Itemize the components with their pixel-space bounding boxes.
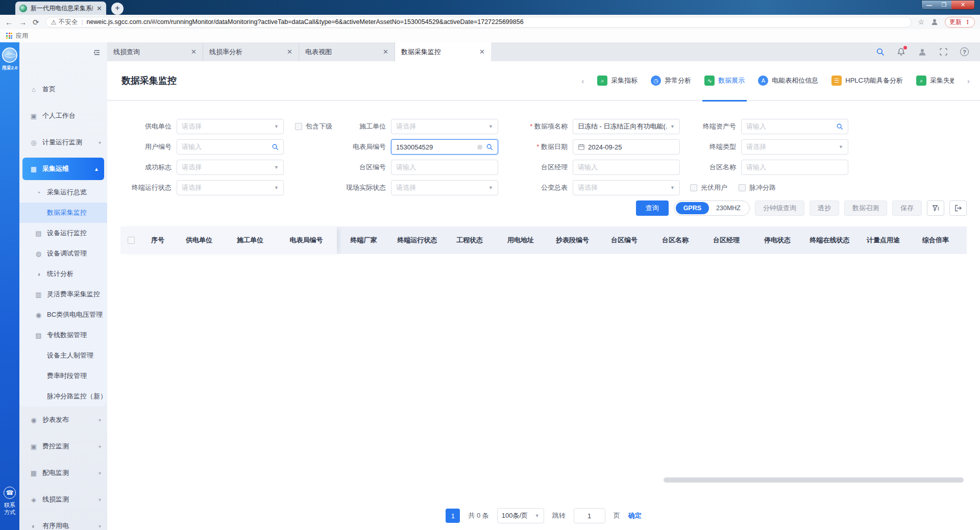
gprs-option[interactable]: GPRS (676, 202, 709, 214)
page-number-button[interactable]: 1 (446, 509, 460, 523)
contact-widget[interactable]: ☎ 联系 方式 (0, 487, 19, 516)
data-recall-button[interactable]: 数据召测 (844, 200, 887, 216)
sidebar-item-device-debug[interactable]: ◍ 设备调试管理 (19, 243, 107, 264)
meter-no-input[interactable]: 1530054529 ⊗ (391, 139, 498, 155)
close-icon[interactable]: ✕ (479, 48, 485, 56)
worktab-line-loss-analysis[interactable]: 线损率分析 ✕ (203, 42, 299, 61)
data-date-picker[interactable]: 2024-09-25 (573, 139, 680, 155)
sidebar-item-metering-monitor[interactable]: ◎ 计量运行监测 ▾ (19, 129, 107, 156)
close-icon[interactable]: ✕ (191, 48, 197, 56)
select-all-checkbox[interactable] (128, 237, 135, 244)
close-icon[interactable]: ✕ (383, 48, 388, 56)
construction-unit-select[interactable]: 请选择 ▼ (391, 119, 498, 134)
browser-update-button[interactable]: 更新 ⋮ (945, 17, 975, 28)
clear-icon[interactable]: ⊗ (477, 143, 483, 151)
sidebar-item-distribution-monitor[interactable]: ▦ 配电监测 ▾ (19, 460, 107, 486)
search-icon[interactable] (272, 143, 279, 150)
terminal-run-state-select[interactable]: 请选择 ▼ (177, 180, 284, 195)
sidebar-item-fee-control[interactable]: ▣ 费控监测 ▾ (19, 433, 107, 460)
include-sub-checkbox[interactable] (295, 123, 302, 130)
search-icon[interactable] (876, 47, 885, 56)
chevron-right-icon[interactable]: › (967, 77, 970, 85)
sidebar-item-bc-voltage[interactable]: ◉ BC类供电电压管理 (19, 305, 107, 325)
bookmark-star-icon[interactable]: ☆ (918, 18, 924, 26)
mhz-option[interactable]: 230MHZ (709, 205, 748, 212)
bell-icon[interactable] (897, 47, 905, 56)
horizontal-scrollbar[interactable] (664, 477, 964, 483)
apps-bookmark-label[interactable]: 应用 (16, 32, 28, 40)
minimize-button[interactable]: — (922, 1, 937, 9)
address-bar[interactable]: ⚠ 不安全 | neweic.js.sgcc.com.cn/#/com/runn… (45, 17, 912, 28)
close-button[interactable]: ✕ (951, 1, 974, 9)
subtab-collection-failure[interactable]: ⌕ 采集失败消 (916, 61, 954, 100)
field-state-select[interactable]: 请选择 ▼ (391, 180, 498, 195)
sidebar-item-data-collection-monitor[interactable]: 数据采集监控 (19, 203, 107, 223)
worktab-data-collection-monitor[interactable]: 数据采集监控 ✕ (395, 42, 491, 61)
sidebar-item-rate-period[interactable]: 费率时段管理 (19, 366, 107, 386)
worktab-meter-view[interactable]: 电表视图 ✕ (299, 42, 395, 61)
pulse-branch-checkbox[interactable] (739, 184, 746, 191)
success-flag-select[interactable]: 请选择 ▼ (177, 160, 284, 175)
tab-close-icon[interactable]: ✕ (96, 5, 102, 12)
supply-unit-select[interactable]: 请选择 ▼ (177, 119, 284, 134)
confirm-jump-button[interactable]: 确定 (628, 511, 642, 520)
subtab-collection-indicators[interactable]: ⌕ 采集指标 (597, 61, 638, 100)
user-no-input[interactable]: 请输入 (177, 139, 284, 155)
station-manager-input[interactable]: 请输入 (573, 160, 680, 175)
sidebar-item-meter-reading-publish[interactable]: ◉ 抄表发布 ▾ (19, 407, 107, 433)
page-size-select[interactable]: 100条/页 ▼ (497, 508, 544, 523)
filter-funnel-button[interactable] (927, 200, 944, 216)
sidebar-item-collection-ops[interactable]: ▦ 采集运维 ▲ (22, 158, 104, 180)
browser-menu-icon[interactable]: ⋮ (965, 19, 970, 26)
terminal-type-select[interactable]: 请选择 ▼ (741, 139, 848, 155)
notification-dot (903, 46, 907, 49)
new-tab-button[interactable]: + (111, 3, 124, 15)
pass-read-button[interactable]: 透抄 (810, 200, 839, 216)
sidebar-item-dedicated-line[interactable]: ▨ 专线数据管理 (19, 325, 107, 345)
chevron-left-icon[interactable]: ‹ (581, 77, 584, 85)
data-item-select[interactable]: 日冻结 - 日冻结正向有功电能(... ▼ (573, 119, 680, 134)
help-icon[interactable]: ? (960, 47, 969, 56)
query-button[interactable]: 查询 (636, 200, 669, 216)
sidebar-item-orderly-power[interactable]: ◐ 有序用电 ▾ (19, 513, 107, 530)
app-logo-icon[interactable] (2, 47, 17, 63)
export-button[interactable] (949, 200, 967, 216)
sidebar-item-collection-overview[interactable]: ◔ 采集运行总览 (19, 182, 107, 203)
worktab-line-loss-query[interactable]: 线损查询 ✕ (107, 42, 203, 61)
sidebar-collapse-icon[interactable] (93, 48, 101, 57)
browser-profile-icon[interactable] (930, 18, 939, 26)
terminal-asset-input[interactable]: 请输入 (741, 119, 848, 134)
save-button[interactable]: 保存 (892, 200, 922, 216)
close-icon[interactable]: ✕ (287, 48, 292, 56)
back-icon[interactable]: ← (5, 18, 13, 26)
jump-page-input[interactable] (574, 508, 605, 523)
station-name-input[interactable]: 请输入 (741, 160, 848, 175)
sidebar-item-device-owner[interactable]: 设备主人制管理 (19, 345, 107, 366)
reload-icon[interactable]: ⟳ (33, 18, 39, 26)
maximize-button[interactable]: ❐ (937, 1, 951, 9)
station-no-input[interactable]: 请输入 (391, 160, 498, 175)
subtab-data-display[interactable]: ∿ 数据展示 (704, 61, 745, 100)
minute-query-button[interactable]: 分钟级查询 (755, 200, 804, 216)
sidebar-item-flexible-rate[interactable]: ▥ 灵活费率采集监控 (19, 284, 107, 305)
sidebar-item-home[interactable]: ⌂ 首页 (19, 76, 107, 103)
security-indicator[interactable]: ⚠ 不安全 (51, 18, 78, 27)
sidebar-item-statistics[interactable]: ◑ 统计分析 (19, 264, 107, 284)
apps-grid-icon[interactable] (6, 33, 12, 39)
subtab-meter-phase-info[interactable]: A 电能表相位信息 (758, 61, 818, 100)
fullscreen-scan-icon[interactable] (939, 47, 948, 56)
sidebar-item-pulse-branch-monitor[interactable]: 脉冲分路监控（新） (19, 386, 107, 407)
pv-user-checkbox[interactable] (690, 184, 697, 191)
search-icon[interactable] (836, 123, 843, 130)
forward-icon[interactable]: → (19, 18, 27, 26)
sidebar-item-line-loss-monitor[interactable]: ◈ 线损监测 ▾ (19, 486, 107, 513)
public-meter-select[interactable]: 请选择 ▼ (573, 180, 680, 195)
channel-toggle[interactable]: GPRS 230MHZ (674, 200, 750, 216)
sidebar-item-workbench[interactable]: ▣ 个人工作台 (19, 103, 107, 129)
browser-tab[interactable]: 新一代用电信息采集系统 ✕ (15, 2, 106, 15)
search-icon[interactable] (486, 143, 493, 150)
subtab-anomaly-analysis[interactable]: ◷ 异常分析 (651, 61, 691, 100)
sidebar-item-device-run-monitor[interactable]: ▤ 设备运行监控 (19, 223, 107, 243)
user-avatar-icon[interactable] (918, 47, 927, 57)
subtab-hplc-analysis[interactable]: ☰ HPLC功能具备分析 (831, 61, 903, 100)
